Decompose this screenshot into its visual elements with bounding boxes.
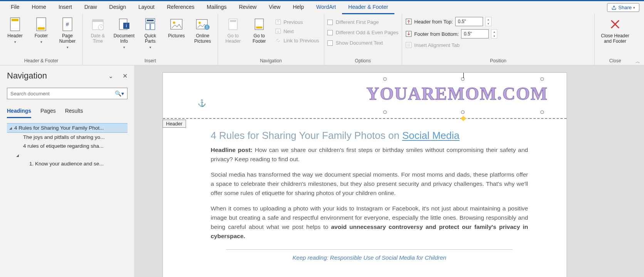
tab-insert[interactable]: Insert	[52, 1, 78, 14]
wordart-object[interactable]: YOUAREMOM.COM	[366, 83, 548, 104]
nav-tab-pages[interactable]: Pages	[40, 106, 56, 118]
nav-tree: ◢4 Rules for Sharing Your Family Phot...…	[7, 123, 127, 168]
group-label-insert: Insert	[86, 57, 215, 64]
svg-point-17	[173, 22, 175, 24]
quick-parts-button[interactable]: Quick Parts▾	[138, 15, 162, 51]
footer-bottom-input[interactable]: 0.5"	[461, 29, 489, 38]
document-info-button[interactable]: i Document Info▾	[112, 15, 136, 51]
paragraph-1: Social media has transformed the way we …	[211, 170, 528, 198]
header-top-input[interactable]: 0.5"	[455, 17, 483, 26]
selection-handle[interactable]	[461, 110, 465, 114]
header-region[interactable]: ⚓ YOUAREMOM.COM	[163, 73, 567, 119]
checkbox-icon	[327, 20, 333, 25]
footer-bottom-spinner[interactable]: ▲▼	[491, 29, 497, 38]
group-options: Different First Page Different Odd & Eve…	[324, 14, 402, 65]
pictures-icon	[169, 17, 184, 32]
selection-handle[interactable]	[383, 110, 387, 114]
tree-item-h3[interactable]: 1. Know your audience and se...	[7, 159, 127, 168]
quick-parts-icon	[143, 17, 158, 32]
tree-item-h2a[interactable]: The joys and pitfalls of sharing yo...	[7, 133, 127, 142]
paragraph-2: When it comes to uploading a photo with …	[211, 204, 528, 241]
header-top-label: Header from Top:	[414, 19, 453, 25]
group-insert: Date & Time i Document Info▾ Quick Parts…	[83, 14, 218, 65]
tab-draw[interactable]: Draw	[78, 1, 103, 14]
header-tag: Header	[163, 120, 186, 128]
document-content: 4 Rules for Sharing Your Family Photos o…	[163, 119, 567, 261]
link-previous-button: Link to Previous	[273, 36, 321, 45]
tab-header-footer[interactable]: Header & Footer	[342, 1, 394, 14]
chevron-down-icon[interactable]: ⌄	[108, 72, 113, 80]
close-label: Close Header and Footer	[599, 33, 632, 44]
svg-text:i: i	[126, 23, 127, 28]
group-label-options: Options	[327, 57, 399, 64]
close-header-footer-button[interactable]: Close Header and Footer	[598, 15, 632, 45]
tab-layout[interactable]: Layout	[132, 1, 161, 14]
nav-tab-results[interactable]: Results	[65, 106, 83, 118]
menu-tabs-bar: File Home Insert Draw Design Layout Refe…	[0, 0, 644, 14]
tree-item-h2b[interactable]: 4 rules of etiquette regarding sha...	[7, 142, 127, 150]
nav-tab-headings[interactable]: Headings	[7, 106, 31, 118]
online-pictures-button[interactable]: Online Pictures	[191, 15, 215, 45]
search-box[interactable]: 🔍▾	[7, 88, 127, 99]
header-button[interactable]: Header▾	[3, 15, 27, 45]
diff-odd-even-checkbox[interactable]: Different Odd & Even Pages	[327, 29, 399, 36]
tab-file[interactable]: File	[5, 1, 26, 14]
document-info-label: Document Info	[113, 33, 135, 44]
svg-rect-7	[92, 20, 103, 22]
svg-text:#: #	[66, 21, 69, 27]
show-doc-text-checkbox[interactable]: Show Document Text	[327, 39, 399, 47]
group-position: Header from Top: 0.5" ▲▼ Footer from Bot…	[402, 14, 595, 65]
tab-references[interactable]: References	[161, 1, 201, 14]
search-icon[interactable]: 🔍▾	[115, 90, 124, 97]
next-button: Next	[273, 27, 321, 35]
keep-reading-link: Keep reading: Responsible Use of Social …	[211, 254, 528, 261]
online-pictures-label: Online Pictures	[191, 33, 214, 44]
search-input[interactable]	[10, 91, 115, 97]
document-area: ⚓ YOUAREMOM.COM Header 4 Rules for Shari…	[135, 65, 644, 277]
page-number-button[interactable]: # Page Number▾	[55, 15, 79, 51]
page-number-label: Page Number	[56, 33, 79, 44]
diff-first-checkbox[interactable]: Different First Page	[327, 18, 399, 26]
main-area: Navigation ⌄ ✕ 🔍▾ Headings Pages Results…	[0, 65, 644, 277]
next-label: Next	[283, 28, 294, 34]
checkbox-icon	[327, 30, 333, 35]
tab-view[interactable]: View	[263, 1, 287, 14]
chevron-down-icon: ▾	[633, 6, 635, 10]
date-time-label: Date & Time	[87, 33, 109, 44]
pictures-button[interactable]: Pictures	[164, 15, 188, 40]
share-button[interactable]: Share ▾	[607, 3, 639, 12]
tree-item-h1[interactable]: ◢4 Rules for Sharing Your Family Phot...	[7, 123, 127, 133]
selection-handle[interactable]	[540, 77, 544, 81]
group-close: Close Header and Footer Close	[595, 14, 636, 65]
headline-paragraph: Headline post: How can we share our chil…	[211, 145, 528, 164]
ribbon: Header▾ Footer▾ # Page Number▾ Header & …	[0, 14, 644, 65]
text-cursor	[463, 73, 464, 78]
tab-design[interactable]: Design	[103, 1, 132, 14]
tab-help[interactable]: Help	[287, 1, 310, 14]
tab-mailings[interactable]: Mailings	[201, 1, 233, 14]
headline-label: Headline post:	[211, 147, 255, 153]
selection-handle[interactable]	[540, 110, 544, 114]
goto-footer-icon	[252, 17, 267, 32]
goto-footer-button[interactable]: Go to Footer	[247, 15, 271, 45]
group-header-footer: Header▾ Footer▾ # Page Number▾ Header & …	[0, 14, 83, 65]
close-pane-icon[interactable]: ✕	[122, 72, 127, 80]
tab-review[interactable]: Review	[233, 1, 263, 14]
nav-pane-title: Navigation	[7, 71, 47, 81]
selection-handle[interactable]	[383, 77, 387, 81]
header-top-icon	[405, 18, 412, 25]
footer-bottom-label: Footer from Bottom:	[414, 31, 459, 37]
tab-wordart[interactable]: WordArt	[310, 1, 342, 14]
header-top-spinner[interactable]: ▲▼	[485, 17, 491, 26]
divider	[226, 249, 513, 250]
calendar-icon	[91, 17, 105, 32]
selection-handle[interactable]	[461, 77, 465, 81]
page-number-icon: #	[60, 17, 75, 32]
link-previous-label: Link to Previous	[283, 38, 319, 43]
align-tab-label: Insert Alignment Tab	[414, 42, 460, 48]
footer-button[interactable]: Footer▾	[29, 15, 53, 45]
tab-home[interactable]: Home	[26, 1, 52, 14]
tree-caret-collapsed[interactable]: ◢	[7, 150, 127, 159]
ribbon-collapse-button[interactable]: ︿	[636, 56, 644, 65]
svg-rect-3	[38, 27, 45, 30]
